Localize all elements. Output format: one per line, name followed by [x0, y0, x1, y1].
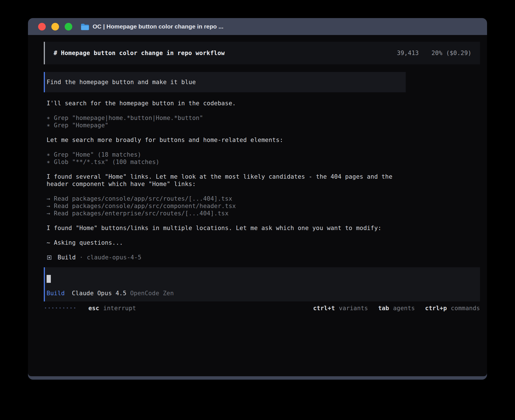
folder-icon [81, 23, 89, 30]
close-button[interactable] [38, 23, 46, 30]
traffic-lights [38, 23, 72, 30]
session-stats: 39,413 20% ($0.29) [397, 49, 472, 57]
keybind-label: agents [393, 305, 415, 312]
agent-mode-label: Build [47, 290, 65, 297]
agent-separator: · [79, 254, 83, 261]
model-status-line: Build Claude Opus 4.5 OpenCode Zen [47, 290, 480, 297]
window-title: OC | Homepage button color change in rep… [93, 23, 223, 30]
keybind-esc: esc [88, 305, 99, 312]
keybind-key: ctrl+p [425, 305, 447, 312]
terminal-content: # Homepage button color change in repo w… [28, 35, 487, 376]
window-titlebar: OC | Homepage button color change in rep… [28, 18, 487, 35]
tool-call-grep: ∗ Grep "homepage|home.*button|Home.*butt… [47, 114, 406, 122]
text-cursor [47, 275, 51, 283]
tool-call-read: → Read packages/console/app/src/componen… [47, 202, 406, 210]
keybind-hints: ctrl+t variants tab agents ctrl+p comman… [313, 305, 480, 312]
keybind-agents: tab agents [378, 305, 415, 312]
progress-dots: ········· [44, 305, 77, 312]
agent-attribution: Build · claude-opus-4-5 [47, 254, 406, 261]
tool-call-read: → Read packages/enterprise/src/routes/[.… [47, 210, 406, 217]
terminal-window: OC | Homepage button color change in rep… [28, 18, 487, 380]
session-header: # Homepage button color change in repo w… [44, 42, 480, 64]
working-status: ~ Asking questions... [47, 239, 406, 246]
keybind-label: variants [339, 305, 368, 312]
context-usage: 20% ($0.29) [431, 49, 472, 57]
keybind-esc-label: interrupt [103, 305, 136, 312]
agent-icon [47, 255, 51, 260]
status-bar: ········· esc interrupt ctrl+t variants … [44, 304, 480, 312]
prompt-input[interactable]: Build Claude Opus 4.5 OpenCode Zen [44, 267, 480, 301]
model-name: Claude Opus 4.5 [72, 290, 126, 297]
token-count: 39,413 [397, 49, 419, 57]
assistant-text: I found "Home" buttons/links in multiple… [47, 224, 406, 232]
user-message-text: Find the homepage button and make it blu… [47, 78, 196, 86]
agent-name: Build [58, 254, 76, 261]
tool-call-group: ∗ Grep "homepage|home.*button|Home.*butt… [47, 114, 406, 129]
session-title: # Homepage button color change in repo w… [54, 49, 225, 57]
tool-call-glob: ∗ Glob "**/*.tsx" (100 matches) [47, 158, 406, 166]
assistant-text: Let me search more broadly for buttons a… [47, 136, 406, 144]
keybind-key: ctrl+t [313, 305, 335, 312]
tool-call-grep: ∗ Grep "Home" (18 matches) [47, 151, 406, 158]
model-provider: OpenCode Zen [130, 290, 174, 297]
assistant-text: I found several "Home" links. Let me loo… [47, 173, 406, 188]
keybind-key: tab [378, 305, 389, 312]
zoom-button[interactable] [65, 23, 72, 30]
tool-call-grep: ∗ Grep "Homepage" [47, 122, 406, 129]
tool-call-group: → Read packages/console/app/src/routes/[… [47, 195, 406, 217]
tool-call-read: → Read packages/console/app/src/routes/[… [47, 195, 406, 202]
tool-call-group: ∗ Grep "Home" (18 matches) ∗ Glob "**/*.… [47, 151, 406, 166]
keybind-commands: ctrl+p commands [425, 305, 480, 312]
minimize-button[interactable] [51, 23, 59, 30]
keybind-variants: ctrl+t variants [313, 305, 368, 312]
user-message: Find the homepage button and make it blu… [44, 72, 406, 92]
agent-model: claude-opus-4-5 [87, 254, 141, 261]
keybind-label: commands [451, 305, 480, 312]
assistant-text: I'll search for the homepage button in t… [47, 100, 406, 107]
